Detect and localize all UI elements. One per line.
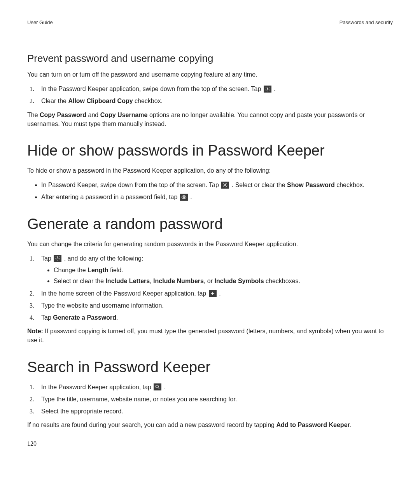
- text: and: [86, 112, 100, 118]
- intro-generate: You can change the criteria for generati…: [27, 240, 393, 248]
- step-item: Tap , and do any of the following: Chang…: [36, 254, 393, 286]
- bold-term: Copy Username: [100, 112, 148, 118]
- svg-point-1: [225, 184, 226, 186]
- heading-prevent-copying: Prevent password and username copying: [27, 52, 393, 65]
- step-item: Clear the Allow Clipboard Copy checkbox.: [36, 96, 393, 105]
- step-item: In the Password Keeper application, swip…: [36, 84, 393, 93]
- text: checkboxes.: [264, 278, 300, 284]
- text: After entering a password in a password …: [41, 194, 179, 200]
- bold-term: Add to Password Keeper: [276, 422, 350, 428]
- heading-hide-show: Hide or show passwords in Password Keepe…: [27, 142, 393, 159]
- text: The: [27, 112, 40, 118]
- step-item: Select the appropriate record.: [36, 407, 393, 416]
- text: Tap: [41, 255, 53, 262]
- text: .: [350, 422, 352, 428]
- step-text: .: [272, 86, 276, 92]
- eye-icon: [180, 194, 188, 201]
- svg-point-4: [156, 385, 159, 388]
- text: Change the: [54, 267, 88, 273]
- settings-gear-icon: [221, 182, 229, 189]
- step-item: Tap Generate a Password.: [36, 313, 393, 322]
- list-item: Select or clear the Include Letters, Inc…: [54, 277, 393, 285]
- settings-gear-icon: [54, 255, 61, 262]
- text: checkbox.: [335, 182, 364, 188]
- step-item: In the home screen of the Password Keepe…: [36, 289, 393, 298]
- text: .: [116, 314, 118, 321]
- text: field.: [108, 267, 123, 273]
- sub-bullets: Change the Length field. Select or clear…: [41, 266, 393, 286]
- list-item: Change the Length field.: [54, 266, 393, 275]
- paragraph: The Copy Password and Copy Username opti…: [27, 110, 393, 128]
- svg-point-0: [267, 88, 268, 90]
- step-item: Type the website and username informatio…: [36, 301, 393, 310]
- page-header: User Guide Passwords and security: [27, 19, 393, 25]
- header-left: User Guide: [27, 19, 53, 25]
- text: , and do any of the following:: [62, 255, 143, 262]
- bold-term: Include Letters: [105, 278, 150, 284]
- svg-point-3: [57, 258, 59, 259]
- bold-term: Length: [88, 267, 108, 273]
- text: .: [217, 290, 221, 297]
- steps-generate: Tap , and do any of the following: Chang…: [27, 254, 393, 322]
- step-item: Type the title, username, website name, …: [36, 395, 393, 404]
- step-text: checkbox.: [133, 98, 163, 104]
- paragraph: If no results are found during your sear…: [27, 420, 393, 429]
- settings-gear-icon: [264, 86, 271, 93]
- bold-term: Include Numbers: [153, 278, 204, 284]
- bullets-hide-show: In Password Keeper, swipe down from the …: [27, 180, 393, 201]
- plus-icon: [209, 290, 217, 297]
- header-right: Passwords and security: [340, 19, 393, 25]
- text: .: [189, 194, 192, 200]
- step-text: Clear the: [41, 98, 68, 104]
- text: In the home screen of the Password Keepe…: [41, 290, 208, 297]
- steps-prevent-copying: In the Password Keeper application, swip…: [27, 84, 393, 105]
- page-content: User Guide Passwords and security Preven…: [0, 0, 420, 459]
- bold-term: Allow Clipboard Copy: [68, 98, 133, 104]
- intro-prevent-copying: You can turn on or turn off the password…: [27, 70, 393, 79]
- bold-term: Copy Password: [40, 112, 86, 118]
- search-icon: [154, 383, 161, 390]
- list-item: After entering a password in a password …: [41, 192, 393, 201]
- bold-term: Show Password: [287, 182, 335, 188]
- svg-point-2: [183, 196, 185, 198]
- text: . Select or clear the: [230, 182, 287, 188]
- text: Select or clear the: [54, 278, 105, 284]
- heading-generate: Generate a random password: [27, 216, 393, 233]
- intro-hide-show: To hide or show a password in the Passwo…: [27, 166, 393, 175]
- step-text: In the Password Keeper application, swip…: [41, 86, 263, 92]
- list-item: In Password Keeper, swipe down from the …: [41, 180, 393, 189]
- text: .: [162, 384, 166, 390]
- text: , or: [204, 278, 215, 284]
- text: ,: [150, 278, 153, 284]
- note-paragraph: Note: If password copying is turned off,…: [27, 327, 393, 345]
- text: In the Password Keeper application, tap: [41, 384, 153, 390]
- text: If no results are found during your sear…: [27, 422, 276, 428]
- bold-term: Include Symbols: [214, 278, 264, 284]
- heading-search: Search in Password Keeper: [27, 359, 393, 376]
- note-label: Note:: [27, 328, 43, 334]
- text: Tap: [41, 314, 53, 321]
- steps-search: In the Password Keeper application, tap …: [27, 383, 393, 416]
- step-item: In the Password Keeper application, tap …: [36, 383, 393, 392]
- text: If password copying is turned off, you m…: [27, 328, 384, 343]
- page-number: 120: [27, 440, 393, 447]
- text: In Password Keeper, swipe down from the …: [41, 182, 220, 188]
- bold-term: Generate a Password: [53, 314, 116, 321]
